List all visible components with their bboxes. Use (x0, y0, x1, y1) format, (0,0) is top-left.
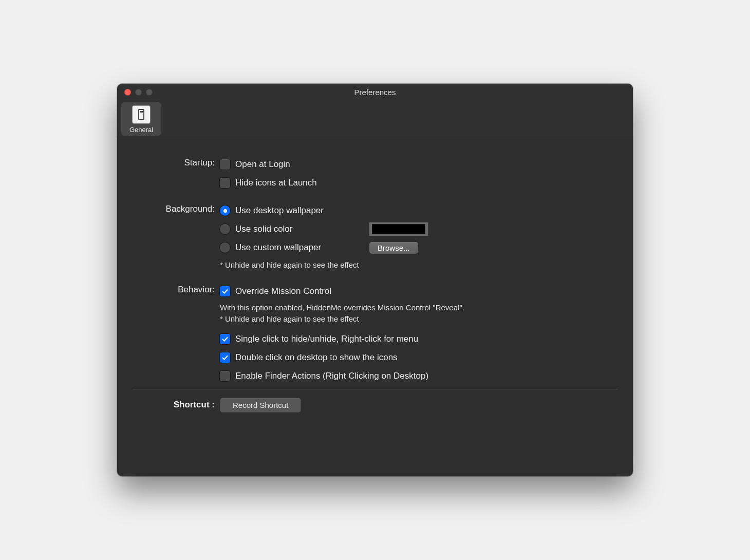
override-mission-control-checkbox[interactable] (220, 286, 230, 296)
open-at-login-label: Open at Login (235, 159, 290, 170)
preferences-window: Preferences General Startup: Open at Log… (117, 84, 633, 476)
startup-label: Startup: (133, 157, 220, 168)
use-solid-color-radio[interactable] (220, 224, 230, 234)
hide-at-launch-checkbox[interactable] (220, 178, 230, 188)
close-button[interactable] (124, 89, 131, 96)
finder-actions-checkbox[interactable] (220, 371, 230, 381)
shortcut-label: Shortcut : (133, 400, 220, 410)
browse-button[interactable]: Browse... (369, 242, 418, 254)
minimize-button[interactable] (135, 89, 142, 96)
titlebar: Preferences (117, 84, 633, 100)
single-click-checkbox[interactable] (220, 334, 230, 344)
override-note-2: * Unhide and hide again to see the effec… (220, 313, 617, 325)
background-note: * Unhide and hide again to see the effec… (220, 259, 617, 271)
toolbar: General (117, 100, 633, 139)
tab-general-label: General (129, 126, 153, 134)
double-click-checkbox[interactable] (220, 352, 230, 363)
switch-icon (132, 105, 151, 124)
divider (133, 389, 617, 389)
finder-actions-label: Enable Finder Actions (Right Clicking on… (235, 371, 428, 381)
section-behavior: Behavior: Override Mission Control With … (133, 284, 617, 384)
window-title: Preferences (117, 88, 633, 97)
content: Startup: Open at Login Hide icons at Lau… (117, 139, 633, 476)
hide-at-launch-label: Hide icons at Launch (235, 178, 317, 188)
use-custom-wallpaper-radio[interactable] (220, 242, 230, 253)
section-startup: Startup: Open at Login Hide icons at Lau… (133, 157, 617, 191)
background-label: Background: (133, 203, 220, 214)
use-solid-color-label: Use solid color (235, 224, 317, 234)
behavior-label: Behavior: (133, 284, 220, 295)
solid-color-swatch (372, 224, 425, 234)
record-shortcut-button[interactable]: Record Shortcut (220, 398, 301, 413)
use-desktop-wallpaper-label: Use desktop wallpaper (235, 206, 324, 216)
open-at-login-checkbox[interactable] (220, 159, 230, 170)
zoom-button[interactable] (146, 89, 153, 96)
tab-general[interactable]: General (121, 102, 161, 136)
single-click-label: Single click to hide/unhide, Right-click… (235, 334, 418, 344)
traffic-lights (117, 89, 153, 96)
use-desktop-wallpaper-radio[interactable] (220, 206, 230, 216)
override-mission-control-label: Override Mission Control (235, 286, 331, 296)
use-custom-wallpaper-label: Use custom wallpaper (235, 242, 353, 253)
section-background: Background: Use desktop wallpaper Use so… (133, 203, 617, 271)
override-note-1: With this option enabled, HiddenMe overr… (220, 302, 617, 314)
section-shortcut: Shortcut : Record Shortcut (133, 398, 617, 413)
double-click-label: Double click on desktop to show the icon… (235, 352, 398, 363)
solid-color-well[interactable] (369, 222, 428, 236)
